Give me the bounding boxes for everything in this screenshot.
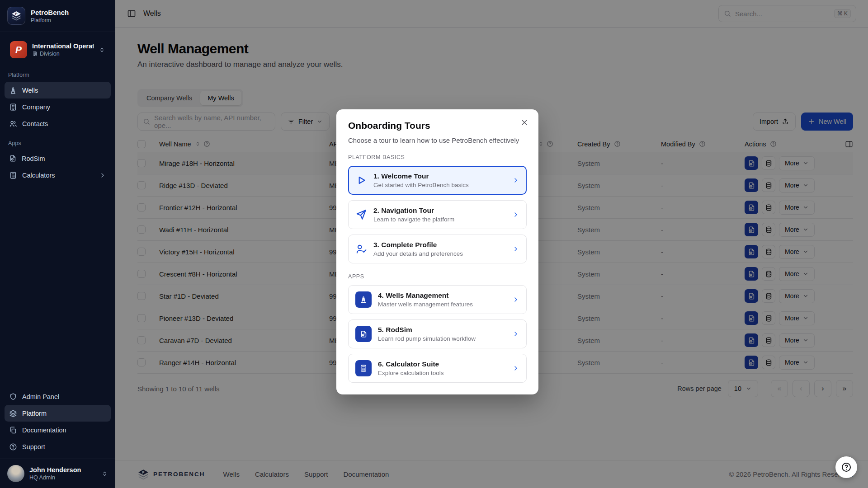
modal-section-apps: APPS — [348, 273, 527, 280]
shield-icon — [9, 393, 17, 401]
tour-item[interactable]: 1. Welcome Tour Get started with PetroBe… — [348, 166, 527, 195]
sidebar-item-label: Wells — [22, 87, 38, 94]
tour-desc: Explore calculation tools — [378, 370, 444, 376]
sidebar-item[interactable]: Admin Panel — [5, 388, 111, 405]
tour-desc: Get started with PetroBench basics — [373, 182, 469, 188]
derrick-icon — [9, 86, 17, 94]
tour-item[interactable]: 6. Calculator Suite Explore calculation … — [348, 354, 527, 383]
sidebar-item-label: Contacts — [22, 120, 48, 127]
help-icon — [9, 443, 17, 451]
sidebar-item-label: Platform — [22, 410, 47, 417]
sidebar-item[interactable]: Support — [5, 438, 111, 455]
sidebar-item-label: RodSim — [22, 155, 45, 162]
sidebar-item[interactable]: RodSim — [5, 150, 111, 167]
tour-title: 6. Calculator Suite — [378, 360, 444, 368]
navigation-icon — [355, 209, 367, 221]
tour-list-basics: 1. Welcome Tour Get started with PetroBe… — [348, 166, 527, 263]
sidebar-item-label: Calculators — [22, 172, 55, 179]
tour-desc: Learn rod pump simulation workflow — [378, 335, 476, 342]
sidebar-section-apps: Apps — [8, 140, 107, 146]
org-name: International Operatio — [32, 42, 94, 50]
tour-desc: Learn to navigate the platform — [373, 216, 454, 223]
chevron-right-icon — [512, 245, 519, 253]
chevron-right-icon — [512, 330, 519, 338]
tour-title: 5. RodSim — [378, 326, 476, 334]
calculator-icon — [355, 360, 372, 376]
org-type: Division — [32, 51, 94, 57]
sidebar-item[interactable]: Documentation — [5, 422, 111, 438]
tour-item[interactable]: 4. Wells Management Master wells managem… — [348, 285, 527, 314]
modal-title: Onboarding Tours — [348, 120, 527, 131]
petrobench-logo-icon: P — [7, 7, 25, 25]
tour-desc: Master wells management features — [378, 301, 473, 308]
org-switcher[interactable]: P International Operatio Division — [5, 38, 110, 62]
calculator-icon — [9, 171, 17, 179]
sidebar-item-label: Support — [22, 443, 45, 450]
chevrons-up-down-icon — [99, 47, 105, 53]
user-role: HQ Admin — [29, 474, 81, 481]
sidebar-nav-platform: Wells Company Contacts — [0, 82, 115, 132]
tour-title: 1. Welcome Tour — [373, 172, 469, 180]
sidebar-nav-apps: RodSim Calculators — [0, 150, 115, 183]
question-icon — [841, 462, 852, 473]
sidebar-item[interactable]: Company — [5, 99, 111, 115]
building-small-icon — [32, 51, 38, 56]
close-button[interactable] — [519, 117, 530, 128]
sidebar-section-platform: Platform — [8, 72, 107, 78]
app-brand: P PetroBench Platform — [0, 0, 115, 32]
modal-subtitle: Choose a tour to learn how to use PetroB… — [348, 136, 527, 144]
chevron-right-icon — [512, 365, 519, 372]
user-name: John Henderson — [29, 466, 81, 474]
tour-title: 4. Wells Management — [378, 291, 473, 300]
sidebar-item[interactable]: Wells — [5, 82, 111, 99]
rodsim-icon — [355, 326, 372, 342]
chevron-right-icon — [99, 172, 106, 179]
tour-desc: Add your details and preferences — [373, 250, 463, 257]
derrick-icon — [355, 291, 372, 308]
close-icon — [520, 118, 528, 127]
building-icon — [9, 103, 17, 111]
sidebar-item[interactable]: Platform — [5, 405, 111, 422]
layers-icon — [9, 409, 17, 418]
org-logo-icon: P — [10, 41, 27, 58]
docs-icon — [9, 426, 17, 434]
modal-section-basics: PLATFORM BASICS — [348, 154, 527, 160]
rodsim-icon — [9, 155, 17, 162]
sidebar: P PetroBench Platform P International Op… — [0, 0, 115, 488]
app-subtitle: Platform — [31, 17, 69, 23]
sidebar-item-label: Documentation — [22, 427, 66, 434]
sidebar-item[interactable]: Contacts — [5, 115, 111, 132]
chevrons-up-down-icon — [101, 470, 108, 477]
tour-list-apps: 4. Wells Management Master wells managem… — [348, 285, 527, 383]
sidebar-item[interactable]: Calculators — [5, 167, 111, 183]
onboarding-modal: Onboarding Tours Choose a tour to learn … — [336, 109, 538, 394]
chevron-right-icon — [512, 177, 519, 184]
tour-title: 2. Navigation Tour — [373, 206, 454, 215]
tour-item[interactable]: 5. RodSim Learn rod pump simulation work… — [348, 319, 527, 348]
user-avatar — [7, 465, 24, 482]
tour-item[interactable]: 3. Complete Profile Add your details and… — [348, 235, 527, 263]
user-check-icon — [355, 243, 367, 255]
svg-text:P: P — [15, 12, 17, 16]
chevron-right-icon — [512, 211, 519, 218]
chevron-right-icon — [512, 296, 519, 303]
sidebar-bottom-nav: Admin Panel Platform Documentation Suppo… — [0, 388, 115, 459]
app-name: PetroBench — [31, 9, 69, 16]
users-icon — [9, 120, 17, 128]
help-fab-button[interactable] — [835, 456, 857, 478]
tour-title: 3. Complete Profile — [373, 241, 463, 249]
sidebar-item-label: Company — [22, 103, 50, 111]
play-icon — [355, 174, 367, 186]
user-menu[interactable]: John Henderson HQ Admin — [0, 459, 115, 488]
tour-item[interactable]: 2. Navigation Tour Learn to navigate the… — [348, 200, 527, 229]
sidebar-item-label: Admin Panel — [22, 393, 59, 400]
